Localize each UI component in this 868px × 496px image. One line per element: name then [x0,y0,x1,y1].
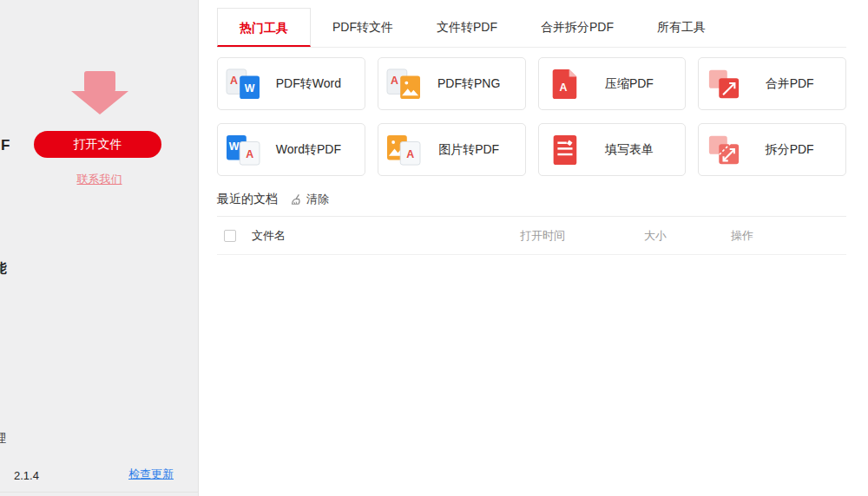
tool-label: Word转PDF [263,142,358,158]
clear-recent-button[interactable]: 清除 [290,192,329,207]
column-file-name: 文件名 [252,228,286,244]
split-pdf-icon [704,134,744,166]
recent-documents-bar: 最近的文档 清除 [217,190,329,209]
check-update-link[interactable]: 检查更新 [128,467,174,482]
svg-text:A: A [230,75,238,87]
tool-label: 填写表单 [584,142,679,158]
column-open-time: 打开时间 [473,228,612,244]
tool-label: PDF转Word [263,76,358,92]
left-edge-fragment: 理 [0,431,6,447]
clean-broom-icon [290,193,303,206]
pdf-to-word-icon: A W [223,68,263,101]
svg-text:A: A [559,81,567,93]
svg-text:A: A [391,75,398,87]
tab-file-to-pdf[interactable]: 文件转PDF [415,8,519,47]
tool-card-grid: A W PDF转Word A PDF转PNG A 压缩PDF [217,57,846,176]
recent-documents-title: 最近的文档 [217,192,278,207]
tab-pdf-to-file[interactable]: PDF转文件 [311,8,415,47]
tool-card-fill-form[interactable]: 填写表单 [538,123,687,176]
tool-label: 图片转PDF [424,142,518,158]
open-file-button[interactable]: 打开文件 [34,131,161,158]
image-to-pdf-icon: A [384,134,424,166]
version-label: 2.1.4 [14,469,39,482]
tool-card-split-pdf[interactable]: 拆分PDF [698,123,846,176]
tool-tabs: 热门工具 PDF转文件 文件转PDF 合并拆分PDF 所有工具 [217,8,846,48]
column-size: 大小 [612,228,699,244]
download-arrow-icon [0,71,199,114]
svg-text:W: W [245,82,255,94]
contact-us-link[interactable]: 联系我们 [0,172,199,187]
tab-merge-split-pdf[interactable]: 合并拆分PDF [519,8,635,47]
clear-label: 清除 [306,192,329,207]
svg-text:A: A [246,147,253,160]
tab-all-tools[interactable]: 所有工具 [635,8,727,47]
word-to-pdf-icon: W A [223,134,263,166]
tool-label: 拆分PDF [744,142,838,158]
left-edge-fragment: 能 [0,260,7,277]
tool-card-word-to-pdf[interactable]: W A Word转PDF [217,123,365,176]
tab-hot-tools[interactable]: 热门工具 [217,8,311,47]
compress-pdf-icon: A [544,68,584,101]
tool-card-compress-pdf[interactable]: A 压缩PDF [538,57,687,110]
sidebar: 打开文件 联系我们 2.1.4 检查更新 [0,0,199,496]
pdf-to-png-icon: A [384,68,424,101]
tool-label: 合并PDF [744,76,838,92]
fill-form-icon [544,134,584,166]
main-content: 热门工具 PDF转文件 文件转PDF 合并拆分PDF 所有工具 A W PDF转… [199,0,868,496]
tool-label: PDF转PNG [424,76,518,92]
tool-card-pdf-to-png[interactable]: A PDF转PNG [378,57,526,110]
tool-card-pdf-to-word[interactable]: A W PDF转Word [217,57,365,110]
merge-pdf-icon [704,68,744,101]
tool-label: 压缩PDF [584,76,679,92]
tool-card-merge-pdf[interactable]: 合并PDF [698,57,846,110]
svg-text:W: W [229,140,240,153]
left-edge-fragment: F [1,137,10,154]
tool-card-image-to-pdf[interactable]: A 图片转PDF [378,123,526,176]
column-action: 操作 [699,228,786,244]
svg-text:A: A [406,147,414,160]
recent-table-header: 文件名 打开时间 大小 操作 [217,217,846,255]
select-all-checkbox[interactable] [224,230,236,242]
